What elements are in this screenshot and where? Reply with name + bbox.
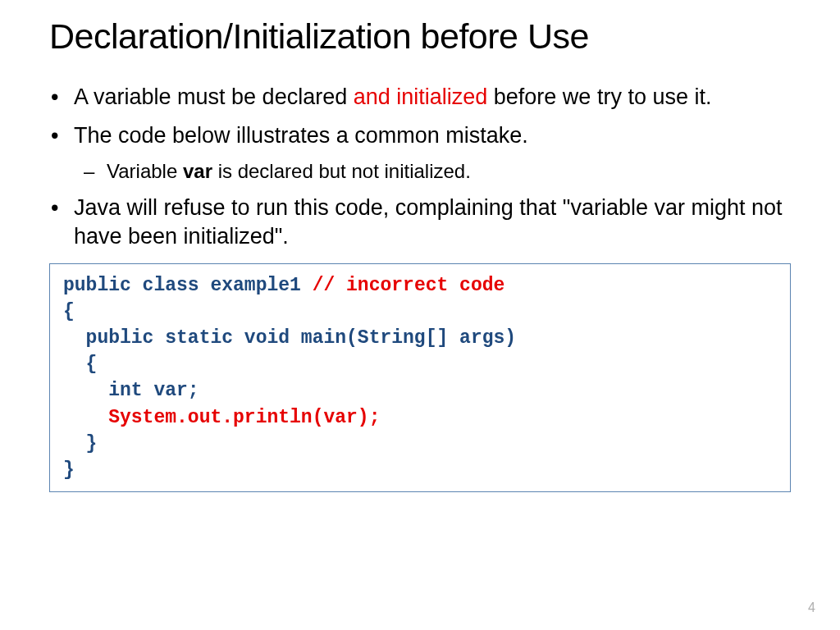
sub-bullet-1-pre: Variable bbox=[107, 160, 183, 182]
code-line-7: } bbox=[63, 433, 97, 454]
bullet-2: The code below illustrates a common mist… bbox=[74, 121, 791, 184]
sub-bullet-1-bold: var bbox=[183, 160, 212, 182]
code-line-8: } bbox=[63, 459, 75, 481]
bullet-3: Java will refuse to run this code, compl… bbox=[74, 194, 791, 251]
sub-bullet-list: Variable var is declared but not initial… bbox=[74, 158, 791, 184]
bullet-1-pre: A variable must be declared bbox=[74, 84, 354, 109]
bullet-1-red: and initialized bbox=[354, 84, 488, 109]
bullet-1-post: before we try to use it. bbox=[487, 84, 711, 109]
code-line-1b: // incorrect code bbox=[313, 275, 505, 296]
code-line-1a: public class example1 bbox=[63, 275, 313, 296]
slide-title: Declaration/Initialization before Use bbox=[49, 16, 791, 57]
page-number: 4 bbox=[808, 600, 815, 615]
code-line-2: { bbox=[63, 301, 75, 322]
bullet-2-text: The code below illustrates a common mist… bbox=[74, 123, 528, 148]
slide: Declaration/Initialization before Use A … bbox=[0, 0, 840, 509]
sub-bullet-1: Variable var is declared but not initial… bbox=[107, 158, 791, 184]
code-line-3: public static void main(String[] args) bbox=[63, 327, 516, 349]
bullet-1: A variable must be declared and initiali… bbox=[74, 83, 791, 112]
bullet-list: A variable must be declared and initiali… bbox=[49, 83, 791, 252]
code-line-5: int var; bbox=[63, 380, 199, 401]
code-line-6: System.out.println(var); bbox=[63, 407, 380, 428]
code-block: public class example1 // incorrect code … bbox=[49, 263, 791, 493]
sub-bullet-1-post: is declared but not initialized. bbox=[212, 160, 471, 182]
code-line-4: { bbox=[63, 354, 97, 375]
